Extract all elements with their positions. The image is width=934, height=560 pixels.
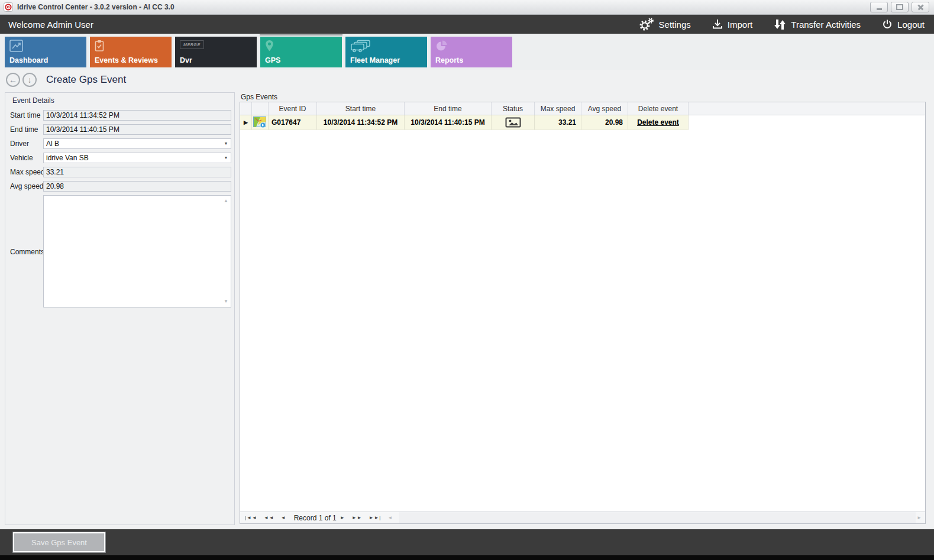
chevron-down-icon[interactable]: ▼	[222, 156, 230, 160]
col-header-end-time[interactable]: End time	[405, 102, 492, 115]
grid-caption: Gps Events	[241, 93, 277, 101]
import-button[interactable]: Import	[712, 19, 753, 30]
event-details-panel: Event Details Start time End time Driver…	[5, 92, 235, 525]
driver-select[interactable]	[43, 138, 231, 149]
pager-prev-page-button[interactable]: ◄◄	[264, 515, 274, 520]
transfer-activities-label: Transfer Activities	[791, 20, 861, 30]
arrow-left-icon: ←	[9, 75, 17, 85]
max-speed-input[interactable]	[43, 167, 231, 177]
image-icon[interactable]	[505, 117, 521, 128]
top-actions: Settings Import Transfer Activities	[639, 18, 925, 31]
row-indicator-cell: ▶	[240, 115, 252, 130]
tab-fleet-manager[interactable]: Fleet Manager	[345, 37, 427, 67]
logout-button[interactable]: Logout	[882, 19, 925, 30]
col-header-delete-event[interactable]: Delete event	[628, 102, 689, 115]
pager-next-button[interactable]: ►	[340, 515, 345, 520]
map-thumbnail-icon[interactable]	[253, 116, 267, 128]
delete-event-link[interactable]: Delete event	[637, 118, 679, 127]
pie-chart-icon	[435, 40, 448, 54]
pager-first-button[interactable]: |◄◄	[245, 515, 257, 520]
power-icon	[882, 19, 893, 30]
merge-badge-icon: MERGE	[180, 40, 204, 49]
breadcrumb: ← ↓ Create Gps Event	[0, 70, 934, 90]
clipboard-check-icon	[95, 40, 104, 54]
application-window: Idrive Control Center - 3.0.2 version - …	[0, 0, 934, 560]
vehicle-select[interactable]	[43, 153, 231, 163]
pager-prev-button[interactable]: ◄	[281, 515, 286, 520]
grid-header-row: Event ID Start time End time Status Max …	[240, 102, 925, 115]
cell-max-speed: 33.21	[535, 115, 581, 130]
cell-status	[492, 115, 535, 130]
tab-reports[interactable]: Reports	[431, 37, 512, 67]
tab-dvr[interactable]: MERGE Dvr	[175, 37, 257, 67]
arrow-down-icon: ↓	[28, 75, 32, 85]
col-header-event-id[interactable]: Event ID	[269, 102, 317, 115]
settings-button[interactable]: Settings	[639, 18, 691, 31]
cell-delete-event: Delete event	[628, 115, 689, 130]
comments-textarea[interactable]	[43, 195, 231, 307]
line-chart-icon	[9, 40, 24, 54]
settings-label: Settings	[659, 20, 691, 30]
grid-header-indicator	[240, 102, 252, 115]
comments-label: Comments	[10, 248, 44, 256]
start-time-input[interactable]	[43, 110, 231, 121]
minimize-icon	[877, 8, 882, 10]
maximize-icon	[896, 4, 903, 10]
hscroll-right-arrow[interactable]: ►	[917, 515, 922, 520]
col-header-start-time[interactable]: Start time	[317, 102, 405, 115]
avg-speed-label: Avg speed	[10, 182, 44, 190]
table-row[interactable]: ▶ G017647 10/3/2014 11:34:52 PM 10/3/201…	[240, 115, 689, 130]
window-title: Idrive Control Center - 3.0.2 version - …	[17, 3, 174, 11]
page-title: Create Gps Event	[46, 74, 126, 86]
close-button[interactable]	[912, 2, 929, 12]
welcome-text: Welcome Admin User	[8, 20, 93, 30]
pager-last-button[interactable]: ►►|	[369, 515, 382, 520]
tab-label: Fleet Manager	[350, 56, 400, 64]
back-button[interactable]: ←	[6, 73, 20, 87]
row-map-cell	[252, 115, 269, 130]
cell-end-time: 10/3/2014 11:40:15 PM	[405, 115, 492, 130]
col-header-max-speed[interactable]: Max speed	[535, 102, 581, 115]
pager-record-text: Record 1 of 1	[294, 514, 337, 522]
end-time-label: End time	[10, 125, 38, 134]
col-header-filler	[689, 102, 925, 115]
transfer-activities-button[interactable]: Transfer Activities	[774, 19, 861, 30]
hscroll-track[interactable]	[399, 512, 916, 523]
tab-label: Dvr	[180, 56, 192, 64]
main-tab-strip: Dashboard Events & Reviews MERGE Dvr	[0, 34, 934, 70]
tab-label: Reports	[435, 56, 463, 64]
record-navigator: |◄◄ ◄◄ ◄ Record 1 of 1 ► ►► ►►| ◄ ►	[240, 512, 925, 523]
tab-label: Dashboard	[9, 56, 48, 64]
col-header-avg-speed[interactable]: Avg speed	[581, 102, 628, 115]
pager-next-page-button[interactable]: ►►	[352, 515, 363, 520]
end-time-input[interactable]	[43, 124, 231, 135]
scroll-up-icon[interactable]: ▲	[222, 198, 230, 203]
max-speed-label: Max speed	[10, 168, 45, 176]
close-icon	[917, 4, 924, 11]
col-header-status[interactable]: Status	[492, 102, 535, 115]
maximize-button[interactable]	[891, 2, 909, 12]
chevron-down-icon[interactable]: ▼	[222, 141, 230, 145]
download-icon	[712, 19, 723, 30]
tab-gps[interactable]: GPS	[260, 37, 342, 67]
gps-events-grid: Event ID Start time End time Status Max …	[240, 102, 926, 524]
save-gps-event-button[interactable]: Save Gps Event	[13, 532, 105, 552]
minimize-button[interactable]	[870, 2, 888, 12]
vehicle-label: Vehicle	[10, 154, 33, 162]
logout-label: Logout	[897, 20, 925, 30]
grid-header-icon	[252, 102, 269, 115]
avg-speed-input[interactable]	[43, 181, 231, 192]
down-button[interactable]: ↓	[22, 73, 37, 87]
start-time-label: Start time	[10, 111, 40, 119]
driver-label: Driver	[10, 140, 29, 148]
hscroll-left-arrow[interactable]: ◄	[387, 515, 393, 520]
scroll-down-icon[interactable]: ▼	[222, 299, 230, 304]
transfer-arrows-icon	[774, 19, 786, 30]
tab-label: GPS	[265, 56, 280, 64]
tab-dashboard[interactable]: Dashboard	[5, 37, 86, 67]
cell-start-time: 10/3/2014 11:34:52 PM	[317, 115, 405, 130]
app-icon	[4, 2, 13, 12]
tab-events-reviews[interactable]: Events & Reviews	[90, 37, 172, 67]
top-bar: Welcome Admin User Settings	[0, 15, 934, 34]
row-indicator-icon: ▶	[244, 119, 248, 125]
